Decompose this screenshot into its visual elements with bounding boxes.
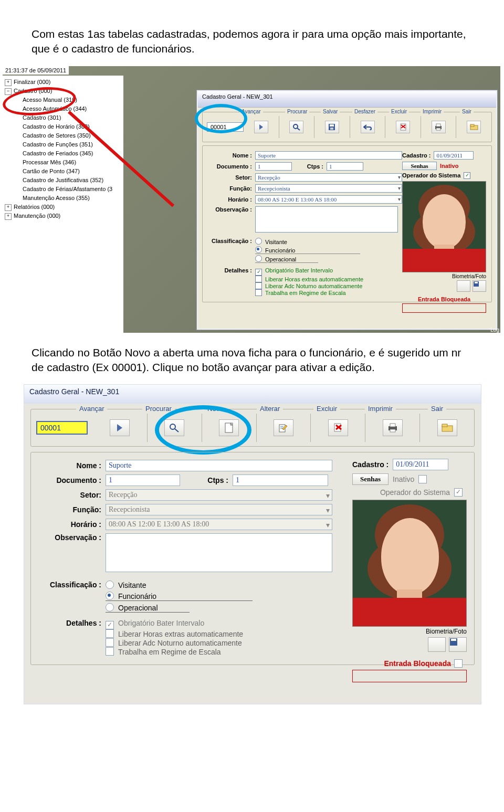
sair-button[interactable] — [437, 419, 457, 436]
tree-item[interactable]: Manutenção (000) — [14, 213, 60, 219]
imprimir-button[interactable] — [432, 121, 446, 133]
tree-item[interactable]: Acesso Manual (310) — [3, 96, 123, 104]
bloqueada-checkbox[interactable] — [454, 659, 463, 668]
det-check-4[interactable] — [255, 289, 262, 296]
expand-icon[interactable]: + — [5, 204, 12, 211]
tree-item[interactable]: Relatórios (000) — [14, 204, 55, 210]
senhas-button[interactable]: Senhas — [352, 473, 388, 485]
det-check-3[interactable] — [106, 638, 114, 647]
expand-icon[interactable]: + — [5, 79, 12, 86]
expand-icon[interactable]: − — [5, 88, 12, 95]
procurar-button[interactable] — [289, 121, 303, 133]
ctps-input[interactable]: 1 — [327, 162, 363, 171]
novo-button[interactable] — [219, 419, 239, 436]
inativo-checkbox[interactable] — [418, 475, 427, 483]
doc-input[interactable]: 1 — [255, 162, 292, 171]
class-funcionario-radio[interactable] — [106, 592, 114, 600]
obs-textarea[interactable] — [106, 533, 332, 572]
tree-item[interactable]: Cadastro de Funções (351) — [3, 140, 123, 149]
tree-item[interactable]: Acesso Automático (344) — [3, 104, 123, 113]
det-check-1[interactable] — [255, 269, 262, 276]
ctps-input[interactable]: 1 — [233, 474, 328, 486]
toolbar-label-alterar: Alterar — [257, 405, 283, 413]
tree-item[interactable]: Cadastro de Feriados (345) — [3, 149, 123, 158]
tree-item[interactable]: Processar Mês (346) — [3, 158, 123, 167]
svg-rect-4 — [330, 128, 333, 130]
timestamp: 21:31:37 de 05/09/2011 — [3, 66, 69, 75]
cadastro-date[interactable]: 01/09/2011 — [393, 459, 448, 470]
toolbar-label-procurar: Procurar — [285, 109, 309, 114]
nome-input[interactable]: Suporte — [106, 460, 332, 471]
obs-label: Observação : — [208, 206, 252, 213]
class-operacional-radio[interactable] — [106, 603, 114, 611]
biometria-save-button[interactable] — [472, 280, 486, 292]
id-input[interactable]: 00001 — [36, 421, 88, 435]
class-opt: Funcionário — [265, 247, 295, 254]
inativo-label: Inativo — [440, 163, 458, 169]
svg-rect-14 — [475, 282, 478, 283]
alterar-button[interactable] — [274, 419, 293, 436]
biometria-label: Biometria/Foto — [402, 273, 486, 279]
nome-label: Nome : — [208, 152, 252, 159]
funcao-combo[interactable]: Recepcionista — [106, 504, 332, 515]
tree-item[interactable]: Cadastro de Justificativas (352) — [3, 176, 123, 185]
class-operacional-radio[interactable] — [255, 255, 262, 262]
toolbar-label-avancar: Avançar — [239, 109, 263, 114]
tree-item[interactable]: Cadastro de Horário (309) — [3, 122, 123, 131]
nome-input[interactable]: Suporte — [255, 151, 402, 160]
setor-combo[interactable]: Recepção — [255, 173, 402, 182]
side-panel: Cadastro :01/09/2011 SenhasInativo Opera… — [402, 151, 486, 313]
horario-combo[interactable]: 08:00 AS 12:00 E 13:00 AS 18:00 — [106, 519, 332, 530]
tree-item[interactable]: Cadastro (301) — [3, 113, 123, 122]
class-opt: Operacional — [265, 256, 296, 262]
class-opt: Funcionário — [118, 592, 156, 600]
expand-icon[interactable]: + — [5, 213, 12, 220]
class-opt: Visitante — [118, 581, 146, 589]
toolbar: Avançar Procurar Novo Alterar Excluir Im… — [30, 409, 475, 447]
bloqueada-label: Entrada Bloqueada — [402, 296, 486, 302]
funcao-combo[interactable]: Recepcionista — [255, 184, 402, 193]
toolbar-label-procurar: Procurar — [142, 405, 175, 413]
obs-textarea[interactable] — [255, 206, 398, 233]
operador-checkbox[interactable] — [454, 488, 463, 497]
tree-item[interactable]: Finalizar (000) — [14, 79, 50, 85]
excluir-button[interactable] — [396, 121, 410, 133]
tree-item[interactable]: Cadastro de Setores (350) — [3, 131, 123, 140]
horario-combo[interactable]: 08:00 AS 12:00 E 13:00 AS 18:00 — [255, 195, 402, 204]
tree-item[interactable]: Cartão de Ponto (347) — [3, 167, 123, 176]
senhas-button[interactable]: Senhas — [402, 162, 437, 170]
setor-combo[interactable]: Recepção — [106, 489, 332, 501]
operador-checkbox[interactable] — [464, 172, 470, 179]
class-funcionario-radio[interactable] — [255, 246, 262, 253]
salvar-button[interactable] — [325, 121, 339, 133]
det-check-3[interactable] — [255, 282, 262, 289]
imprimir-button[interactable] — [383, 419, 403, 436]
cadastro-label: Cadastro : — [402, 152, 430, 159]
tree-item[interactable]: Cadastro (000) — [14, 88, 52, 94]
cadastro-date[interactable]: 01/09/2011 — [434, 151, 474, 160]
desfazer-button[interactable] — [361, 121, 375, 133]
tree-item[interactable]: Manutenção Acesso (355) — [3, 194, 123, 203]
avancar-button[interactable] — [254, 121, 268, 133]
bloqueada-field[interactable] — [402, 303, 486, 313]
doc-input[interactable]: 1 — [106, 474, 180, 486]
id-input[interactable]: 00001 — [207, 122, 244, 132]
det-check-1[interactable] — [106, 621, 114, 629]
excluir-button[interactable] — [328, 419, 348, 436]
biometria-save-button[interactable] — [449, 637, 467, 652]
avancar-button[interactable] — [110, 419, 130, 436]
biometria-capture-button[interactable] — [457, 280, 470, 292]
toolbar-label-desfazer: Desfazer — [352, 109, 377, 114]
tree-item[interactable]: Cadastro de Férias/Afastamento (3 — [3, 185, 123, 194]
procurar-button[interactable] — [164, 419, 184, 436]
log-label: Log — [490, 327, 499, 333]
sair-button[interactable] — [467, 121, 481, 133]
det-check-2[interactable] — [106, 629, 114, 638]
class-visitante-radio[interactable] — [255, 238, 262, 245]
bloqueada-field[interactable] — [352, 670, 467, 682]
det-check-2[interactable] — [255, 276, 262, 282]
biometria-capture-button[interactable] — [428, 637, 446, 652]
class-visitante-radio[interactable] — [106, 581, 114, 589]
ctps-label: Ctps : — [295, 163, 323, 170]
det-check-4[interactable] — [106, 647, 114, 656]
